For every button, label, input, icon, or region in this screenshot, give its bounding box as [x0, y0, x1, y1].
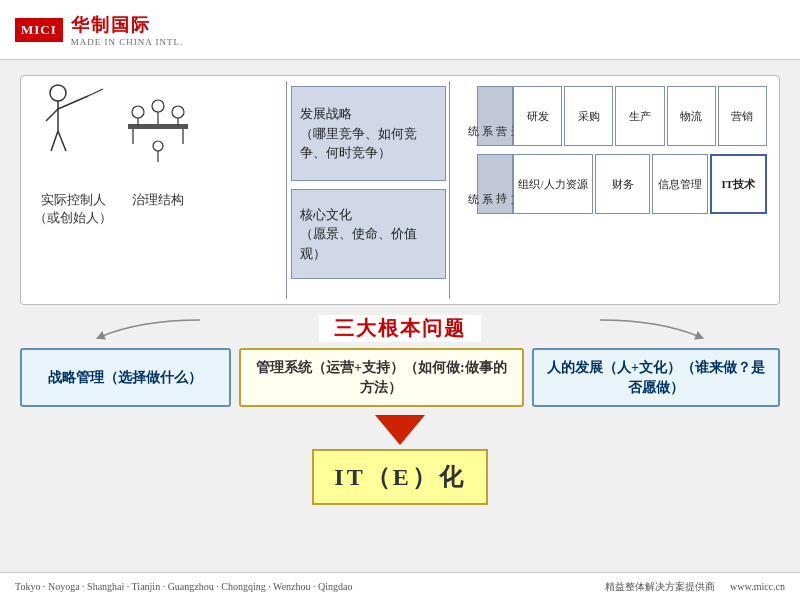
logo: MICI 华制国际 MADE IN CHINA INTL. — [15, 13, 183, 47]
svg-point-16 — [153, 141, 163, 151]
logo-main-text: 华制国际 — [71, 13, 184, 37]
it-container: IT（E）化 — [20, 449, 780, 505]
down-arrow-container — [20, 415, 780, 445]
main-content: 实际控制人（或创始人） 治理结构 发展战略 （哪里竞争、如何竞争、何时竞争） 核… — [0, 60, 800, 600]
footer-website: www.micc.cn — [730, 581, 785, 592]
strategy-section: 发展战略 （哪里竞争、如何竞争、何时竞争） 核心文化 （愿景、使命、价值观） — [291, 86, 446, 286]
grid-row-ops: 运营系统 研发 采购 生产 物流 营销 — [477, 86, 767, 146]
figures-section: 实际控制人（或创始人） 治理结构 — [33, 86, 283, 286]
it-box: IT（E）化 — [312, 449, 487, 505]
svg-line-5 — [51, 131, 58, 151]
header: MICI 华制国际 MADE IN CHINA INTL. — [0, 0, 800, 60]
svg-point-14 — [172, 106, 184, 118]
svg-line-2 — [46, 109, 58, 121]
figures-top — [33, 86, 283, 186]
cell-marketing: 营销 — [718, 86, 767, 146]
three-issues-title-wrapper: 三大根本问题 — [311, 315, 489, 342]
footer-tagline: 精益整体解决方案提供商 — [605, 580, 715, 594]
cell-purchase: 采购 — [564, 86, 613, 146]
support-label: 支持系统 — [477, 154, 513, 214]
cell-rd: 研发 — [513, 86, 562, 146]
svg-line-3 — [58, 96, 88, 109]
footer: Tokyo · Noyoga · Shanghai · Tianjin · Gu… — [0, 572, 800, 600]
svg-point-0 — [50, 85, 66, 101]
cities-text: Tokyo · Noyoga · Shanghai · Tianjin · Gu… — [15, 581, 352, 592]
svg-point-12 — [152, 100, 164, 112]
grid-row-support: 支持系统 组织/人力资源 财务 信息管理 IT技术 — [477, 154, 767, 214]
cell-it: IT技术 — [710, 154, 767, 214]
box-mgmt-system: 管理系统（运营+支持）（如何做:做事的方法） — [239, 348, 524, 407]
cell-logistics: 物流 — [667, 86, 716, 146]
divider-left — [286, 81, 287, 299]
box-people-dev: 人的发展（人+文化）（谁来做？是否愿做） — [532, 348, 780, 407]
diagram-area: 实际控制人（或创始人） 治理结构 发展战略 （哪里竞争、如何竞争、何时竞争） 核… — [20, 75, 780, 305]
cell-info-mgmt: 信息管理 — [652, 154, 707, 214]
ops-label: 运营系统 — [477, 86, 513, 146]
cell-production: 生产 — [615, 86, 664, 146]
cell-hr: 组织/人力资源 — [513, 154, 593, 214]
three-issues-section: 三大根本问题 — [20, 315, 780, 340]
footer-right: 精益整体解决方案提供商 www.micc.cn — [605, 580, 785, 594]
label-governance: 治理结构 — [118, 191, 198, 227]
core-text: 核心文化 （愿景、使命、价值观） — [300, 205, 437, 264]
presenter-figure — [33, 86, 113, 166]
core-culture-box: 核心文化 （愿景、使命、价值观） — [291, 189, 446, 279]
logo-sub-text: MADE IN CHINA INTL. — [71, 37, 184, 47]
support-cells: 组织/人力资源 财务 信息管理 IT技术 — [513, 154, 767, 214]
strategy-text: 发展战略 （哪里竞争、如何竞争、何时竞争） — [300, 104, 437, 163]
strategy-box: 发展战略 （哪里竞争、如何竞争、何时竞争） — [291, 86, 446, 181]
logo-icon: MICI — [15, 18, 63, 42]
box-strategy-mgmt: 战略管理（选择做什么） — [20, 348, 231, 407]
svg-line-6 — [58, 131, 66, 151]
logo-text: 华制国际 MADE IN CHINA INTL. — [71, 13, 184, 47]
divider-right — [449, 81, 450, 299]
ops-cells: 研发 采购 生产 物流 营销 — [513, 86, 767, 146]
svg-line-4 — [88, 89, 103, 96]
label-controller: 实际控制人（或创始人） — [33, 191, 113, 227]
grid-section: 运营系统 研发 采购 生产 物流 营销 支持系统 组织/人力资源 财务 信息管理… — [477, 86, 767, 286]
figures-labels: 实际控制人（或创始人） 治理结构 — [33, 191, 283, 227]
svg-rect-7 — [128, 124, 188, 129]
three-issues-title: 三大根本问题 — [319, 315, 481, 342]
meeting-figure — [118, 86, 198, 166]
footer-cities: Tokyo · Noyoga · Shanghai · Tianjin · Gu… — [15, 581, 352, 592]
cell-finance: 财务 — [595, 154, 650, 214]
down-arrow-icon — [375, 415, 425, 445]
svg-point-10 — [132, 106, 144, 118]
boxes-row: 战略管理（选择做什么） 管理系统（运营+支持）（如何做:做事的方法） 人的发展（… — [20, 348, 780, 407]
